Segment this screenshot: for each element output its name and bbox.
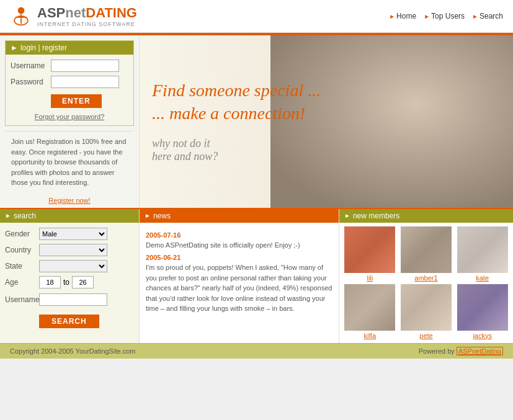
nav-home[interactable]: ►Home [389,12,416,20]
country-row: Country [5,244,134,256]
username-input[interactable] [51,60,119,72]
logo-asp: ASP [37,5,65,20]
member-photo-amber1 [401,226,452,273]
member-photo-kifla [344,284,395,331]
username-search-input[interactable] [39,293,107,306]
member-name-jackys[interactable]: jackys [455,332,509,339]
username-search-row: Username [5,293,134,306]
logo-subtitle: INTERNET DATING SOFTWARE [37,21,137,27]
logo-text: ASPnetDATING [37,5,137,21]
members-section: ► new members lili amber1 kate kifla [339,209,513,343]
list-item: jackys [455,284,509,339]
login-header-arrow: ► [11,43,18,52]
age-separator: to [63,278,69,287]
logo-area: ASPnetDATING INTERNET DATING SOFTWARE [10,5,137,27]
list-item: amber1 [399,226,453,282]
list-item: kate [455,226,509,282]
hero-subtext: why not do ithere and now? [152,137,321,163]
list-item: lili [343,226,397,282]
age-row: Age to [5,276,134,288]
sidebar: ► login | register Username Password ENT… [0,35,140,208]
news-header: ► news [140,209,339,223]
country-select[interactable] [39,244,107,256]
register-link[interactable]: Register now! [0,197,139,204]
gender-select[interactable]: Male Female [39,228,107,240]
nav-top-users[interactable]: ►Top Users [424,12,465,20]
members-header: ► new members [339,209,513,223]
age-label: Age [5,278,39,287]
nav-topusers-label: Top Users [431,12,465,20]
list-item: kifla [343,284,397,339]
username-label: Username [11,61,51,70]
state-select[interactable] [39,260,107,272]
nav-search[interactable]: ►Search [472,12,503,20]
member-name-kate[interactable]: kate [455,274,509,282]
search-button[interactable]: SEARCH [39,315,99,328]
members-header-text: new members [353,212,399,220]
age-inputs: to [39,276,94,288]
promo-content: Join us! Registration is 100% free and e… [11,138,126,186]
login-header: ► login | register [6,41,133,55]
member-name-amber1[interactable]: amber1 [399,274,453,282]
members-grid: lili amber1 kate kifla pete jackys [339,223,513,343]
nav-home-label: Home [396,12,416,20]
gender-row: Gender Male Female [5,228,134,240]
login-header-text: login | register [20,43,67,52]
news-header-arrow: ► [145,212,151,219]
search-header-text: search [14,212,36,220]
search-section: ► search Gender Male Female Country Stat… [0,209,140,343]
footer-link[interactable]: ASPnetDating [457,347,503,355]
svg-point-0 [18,7,25,14]
footer-copyright: Copyright 2004-2005 YourDatingSite.com [10,347,135,355]
news-text-2: I'm so proud of you, poppets! When I ask… [146,262,332,314]
nav-links: ►Home ►Top Users ►Search [389,12,503,20]
password-input[interactable] [51,76,119,88]
news-section: ► news 2005-07-16 Demo ASPnetDating site… [140,209,339,343]
password-label: Password [11,78,51,86]
member-photo-pete [401,284,452,331]
hero-headline: Find someone special ... ... make a conn… [152,79,321,125]
news-header-text: news [153,212,171,220]
age-to-input[interactable] [72,276,94,288]
logo-net: net [65,5,86,20]
state-row: State [5,260,134,272]
footer: Copyright 2004-2005 YourDatingSite.com P… [0,343,513,359]
footer-powered-text: Powered by [419,347,455,355]
state-label: State [5,262,39,270]
hero-text: Find someone special ... ... make a conn… [140,61,333,182]
password-row: Password [11,76,128,88]
login-form: Username Password ENTER Forgot your pass… [6,55,133,125]
country-label: Country [5,246,39,254]
news-date-1: 2005-07-16 [146,231,332,239]
login-section: ► login | register Username Password ENT… [5,40,134,126]
hero-headline-line2: ... make a connection! [152,102,321,125]
nav-topusers-arrow: ► [424,13,430,20]
hero-headline-line1: Find someone special ... [152,79,321,102]
main-content: ► login | register Username Password ENT… [0,35,513,208]
forgot-password-link[interactable]: Forgot your password? [11,113,128,120]
news-text-1: Demo ASPnetDating site is officially ope… [146,240,332,251]
member-photo-kate [457,226,508,273]
footer-powered: Powered by ASPnetDating [419,347,503,355]
bottom-sections: ► search Gender Male Female Country Stat… [0,208,513,343]
member-name-kifla[interactable]: kifla [343,332,397,339]
member-name-lili[interactable]: lili [343,274,397,282]
nav-home-arrow: ► [389,13,395,20]
member-photo-jackys [457,284,508,331]
member-name-pete[interactable]: pete [399,332,453,339]
news-date-2: 2005-06-21 [146,254,332,261]
list-item: pete [399,284,453,339]
search-header: ► search [0,209,139,223]
search-form: Gender Male Female Country State Age [0,223,139,336]
logo-icon [10,5,32,27]
members-header-arrow: ► [344,212,350,219]
age-from-input[interactable] [39,276,61,288]
enter-button[interactable]: ENTER [51,94,102,108]
nav-search-arrow: ► [472,13,478,20]
gender-label: Gender [5,230,39,238]
nav-search-label: Search [480,12,503,20]
hero-section: Find someone special ... ... make a conn… [140,35,513,208]
news-content: 2005-07-16 Demo ASPnetDating site is off… [140,223,339,319]
username-search-label: Username [5,295,39,304]
username-row: Username [11,60,128,72]
